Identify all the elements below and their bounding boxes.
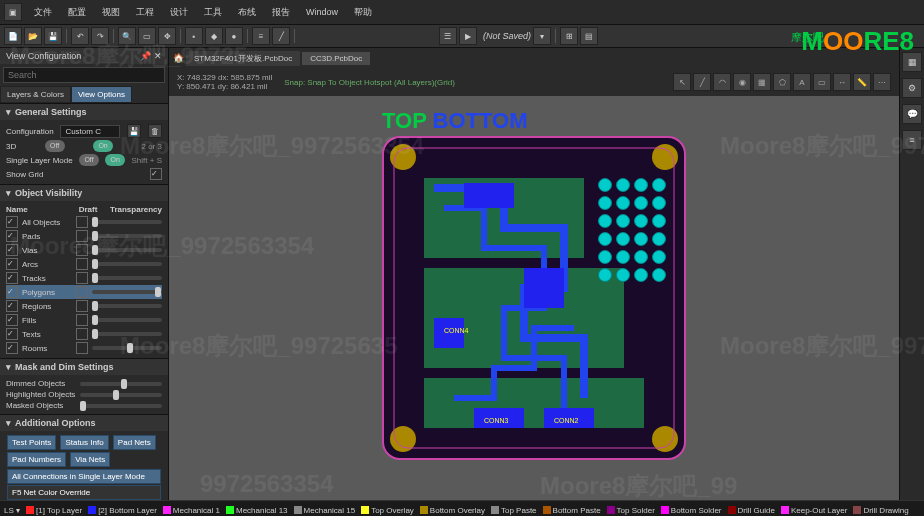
zoom-icon[interactable]: 🔍: [118, 27, 136, 45]
extra2-icon[interactable]: ▤: [580, 27, 598, 45]
select-icon[interactable]: ▭: [138, 27, 156, 45]
config-save-icon[interactable]: 💾: [127, 124, 141, 138]
ct-fill-icon[interactable]: ▦: [753, 73, 771, 91]
doc-tab-1[interactable]: STM32F401开发板.PcbDoc: [186, 51, 300, 66]
layer-set-icon[interactable]: LS ▾: [4, 506, 20, 515]
toggle-3d-on[interactable]: On: [93, 140, 113, 152]
extra-icon[interactable]: ⊞: [560, 27, 578, 45]
ct-more-icon[interactable]: ⋯: [873, 73, 891, 91]
layer-topoverlay[interactable]: Top Overlay: [361, 506, 414, 515]
mask-dim-header[interactable]: ▾ Mask and Dim Settings: [0, 359, 168, 375]
tab-layers-colors[interactable]: Layers & Colors: [0, 86, 71, 103]
obj-texts[interactable]: ✓Texts: [6, 327, 162, 341]
menu-route[interactable]: 布线: [234, 4, 260, 21]
obj-all[interactable]: ✓All Objects: [6, 215, 162, 229]
pcb-board[interactable]: CONN4 CONN3 CONN2: [382, 136, 686, 460]
layer-drilldraw[interactable]: Drill Drawing: [853, 506, 908, 515]
obj-arcs[interactable]: ✓Arcs: [6, 257, 162, 271]
tab-view-options[interactable]: View Options: [71, 86, 132, 103]
general-settings-header[interactable]: ▾ General Settings: [0, 104, 168, 120]
search-input[interactable]: [3, 67, 165, 83]
layer-icon[interactable]: ≡: [252, 27, 270, 45]
layer-mech13[interactable]: Mechanical 13: [226, 506, 288, 515]
obj-pads[interactable]: ✓Pads: [6, 229, 162, 243]
obj-vias[interactable]: ✓Vias: [6, 243, 162, 257]
toggle-single-on[interactable]: On: [105, 154, 125, 166]
layer-top[interactable]: [1] Top Layer: [26, 506, 82, 515]
ct-cursor-icon[interactable]: ↖: [673, 73, 691, 91]
ct-comp-icon[interactable]: ▭: [813, 73, 831, 91]
masked-row[interactable]: Masked Objects: [6, 400, 162, 411]
menu-file[interactable]: 文件: [30, 4, 56, 21]
btn-f5netcolor[interactable]: F5 Net Color Override: [7, 485, 161, 500]
menu-help[interactable]: 帮助: [350, 4, 376, 21]
tool-a-icon[interactable]: ▪: [185, 27, 203, 45]
layer-bottompaste[interactable]: Bottom Paste: [543, 506, 601, 515]
ct-line-icon[interactable]: ╱: [693, 73, 711, 91]
ct-text-icon[interactable]: A: [793, 73, 811, 91]
layer-topsolder[interactable]: Top Solder: [607, 506, 655, 515]
rail-comments-icon[interactable]: 💬: [902, 104, 922, 124]
undo-icon[interactable]: ↶: [71, 27, 89, 45]
toggle-single-off[interactable]: Off: [79, 154, 99, 166]
new-icon[interactable]: 📄: [4, 27, 22, 45]
layer-mech1[interactable]: Mechanical 1: [163, 506, 220, 515]
show-grid-check[interactable]: ✓: [150, 168, 162, 180]
tool-b-icon[interactable]: ◆: [205, 27, 223, 45]
layer-bottomsolder[interactable]: Bottom Solder: [661, 506, 722, 515]
btn-testpoints[interactable]: Test Points: [7, 435, 56, 450]
layer-tabs: LS ▾ [1] Top Layer [2] Bottom Layer Mech…: [0, 500, 924, 516]
btn-statusinfo[interactable]: Status Info: [60, 435, 108, 450]
dimmed-row[interactable]: Dimmed Objects: [6, 378, 162, 389]
net-icon[interactable]: ╱: [272, 27, 290, 45]
obj-tracks[interactable]: ✓Tracks: [6, 271, 162, 285]
obj-fills[interactable]: ✓Fills: [6, 313, 162, 327]
svg-text:CONN2: CONN2: [554, 417, 579, 424]
obj-polygons[interactable]: ✓Polygons: [6, 285, 162, 299]
layer-keepout[interactable]: Keep-Out Layer: [781, 506, 847, 515]
btn-padnets[interactable]: Pad Nets: [113, 435, 156, 450]
config-delete-icon[interactable]: 🗑: [148, 124, 162, 138]
layer-bottom[interactable]: [2] Bottom Layer: [88, 506, 157, 515]
object-visibility-header[interactable]: ▾ Object Visibility: [0, 185, 168, 201]
config-dropdown[interactable]: Custom C: [60, 125, 120, 138]
toggle-3d-off[interactable]: Off: [45, 140, 65, 152]
obj-regions[interactable]: ✓Regions: [6, 299, 162, 313]
ct-dim-icon[interactable]: ↔: [833, 73, 851, 91]
btn-padnumbers[interactable]: Pad Numbers: [7, 452, 66, 467]
tool-c-icon[interactable]: ●: [225, 27, 243, 45]
menu-design[interactable]: 设计: [166, 4, 192, 21]
btn-vianets[interactable]: Via Nets: [70, 452, 110, 467]
rail-properties-icon[interactable]: ⚙: [902, 78, 922, 98]
menu-window[interactable]: Window: [302, 5, 342, 19]
open-icon[interactable]: 📂: [24, 27, 42, 45]
run-icon[interactable]: ▶: [459, 27, 477, 45]
btn-allconn[interactable]: All Connections in Single Layer Mode: [7, 469, 161, 484]
home-icon[interactable]: 🏠: [173, 53, 184, 63]
obj-rooms[interactable]: ✓Rooms: [6, 341, 162, 355]
save-icon[interactable]: 💾: [44, 27, 62, 45]
highlighted-row[interactable]: Highlighted Objects: [6, 389, 162, 400]
layer-bottomoverlay[interactable]: Bottom Overlay: [420, 506, 485, 515]
panel-pin-icon[interactable]: 📌 ✕: [140, 51, 162, 61]
layer-drillguide[interactable]: Drill Guide: [728, 506, 775, 515]
dropdown-icon[interactable]: ▾: [533, 27, 551, 45]
menu-tools[interactable]: 工具: [200, 4, 226, 21]
ct-measure-icon[interactable]: 📏: [853, 73, 871, 91]
layer-toppaste[interactable]: Top Paste: [491, 506, 537, 515]
redo-icon[interactable]: ↷: [91, 27, 109, 45]
filter-icon[interactable]: ☰: [439, 27, 457, 45]
pcb-canvas[interactable]: TOP BOTTOM: [169, 96, 899, 500]
rail-layers-icon[interactable]: ≡: [902, 130, 922, 150]
move-icon[interactable]: ✥: [158, 27, 176, 45]
menu-report[interactable]: 报告: [268, 4, 294, 21]
menu-config[interactable]: 配置: [64, 4, 90, 21]
additional-options-header[interactable]: ▾ Additional Options: [0, 415, 168, 431]
ct-poly-icon[interactable]: ⬠: [773, 73, 791, 91]
menu-view[interactable]: 视图: [98, 4, 124, 21]
menu-project[interactable]: 工程: [132, 4, 158, 21]
ct-via-icon[interactable]: ◉: [733, 73, 751, 91]
doc-tab-2[interactable]: CC3D.PcbDoc: [302, 52, 370, 65]
ct-arc-icon[interactable]: ◠: [713, 73, 731, 91]
layer-mech15[interactable]: Mechanical 15: [294, 506, 356, 515]
